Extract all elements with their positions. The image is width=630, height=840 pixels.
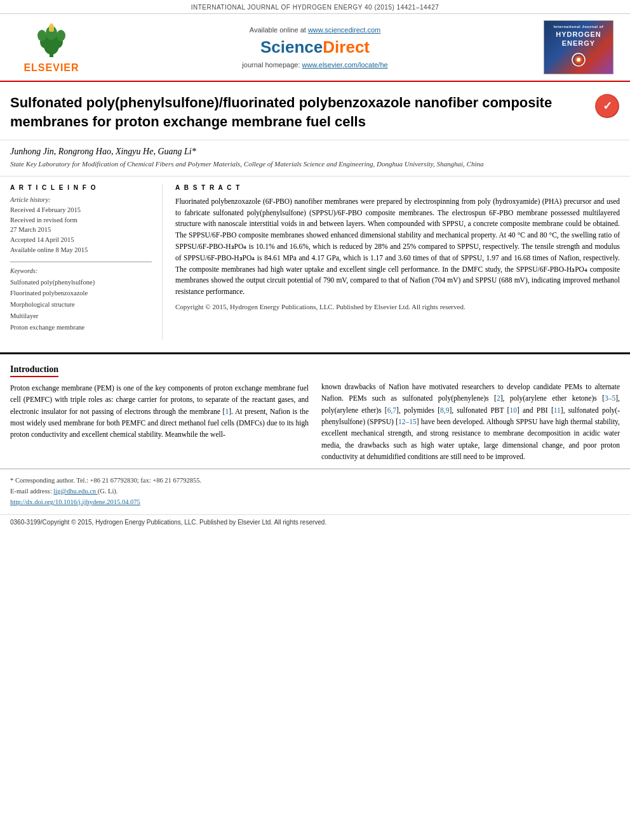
abstract-text: Fluorinated polybenzoxazole (6F-PBO) nan… xyxy=(175,196,620,298)
authors-line: Junhong Jin, Rongrong Hao, Xingyu He, Gu… xyxy=(10,147,620,157)
ref-10-link[interactable]: 10 xyxy=(509,406,517,414)
email-link[interactable]: lig@dhu.edu.cn xyxy=(53,488,97,495)
elsevier-logo-area: ELSEVIER xyxy=(10,20,93,74)
svg-text:✓: ✓ xyxy=(603,100,612,112)
sciencedirect-brand: ScienceDirect xyxy=(260,37,370,57)
issn-copyright-text: 0360-3199/Copyright © 2015, Hydrogen Ene… xyxy=(10,519,326,526)
ref-3-5-link[interactable]: 3–5 xyxy=(605,394,615,402)
ref-12-15-link[interactable]: 12–15 xyxy=(398,418,417,425)
intro-left-col: Introduction Proton exchange membrane (P… xyxy=(10,364,309,463)
article-info-label: A R T I C L E I N F O xyxy=(10,184,152,191)
article-title-section: Sulfonated poly(phenylsulfone)/fluorinat… xyxy=(0,82,630,140)
sciencedirect-url-link[interactable]: www.sciencedirect.com xyxy=(308,26,380,34)
journal-cover-title: International Journal of HYDROGEN ENERGY xyxy=(554,25,604,70)
article-title: Sulfonated poly(phenylsulfone)/fluorinat… xyxy=(10,93,588,131)
svg-point-8 xyxy=(50,23,53,27)
email-address: lig@dhu.edu.cn xyxy=(53,488,96,495)
ref-8-9-link[interactable]: 8,9 xyxy=(440,406,449,414)
abstract-label: A B S T R A C T xyxy=(175,184,620,191)
journal-header: ELSEVIER Available online at www.science… xyxy=(0,14,630,82)
keywords-group: Keywords: Sulfonated poly(phenylsulfone)… xyxy=(10,267,152,333)
copyright-bar: 0360-3199/Copyright © 2015, Hydrogen Ene… xyxy=(0,514,630,530)
email-name: (G. Li). xyxy=(98,488,118,495)
keyword-1: Sulfonated poly(phenylsulfone) xyxy=(10,277,152,288)
sciencedirect-center: Available online at www.sciencedirect.co… xyxy=(99,20,531,74)
authors-section: Junhong Jin, Rongrong Hao, Xingyu He, Gu… xyxy=(0,140,630,171)
accepted-date: Accepted 14 April 2015 xyxy=(10,235,152,245)
corresponding-author-note: * Corresponding author. Tel.: +86 21 677… xyxy=(10,476,620,486)
svg-point-4 xyxy=(37,30,46,41)
article-title-wrapper: Sulfonated poly(phenylsulfone)/fluorinat… xyxy=(10,93,588,131)
elsevier-logo: ELSEVIER xyxy=(23,22,79,74)
keyword-3: Morphological structure xyxy=(10,299,152,310)
article-history-group: Article history: Received 4 February 201… xyxy=(10,196,152,255)
revised-form-label: Received in revised form xyxy=(10,215,152,225)
keyword-5: Proton exchange membrane xyxy=(10,322,152,333)
available-online-text: Available online at www.sciencedirect.co… xyxy=(250,26,380,34)
corresponding-author-text: * Corresponding author. Tel.: +86 21 677… xyxy=(10,477,201,484)
introduction-heading: Introduction xyxy=(10,364,58,377)
email-note: E-mail address: lig@dhu.edu.cn (G. Li). xyxy=(10,486,620,497)
authors-text: Junhong Jin, Rongrong Hao, Xingyu He, Gu… xyxy=(10,147,196,156)
intro-left-text: Proton exchange membrane (PEM) is one of… xyxy=(10,382,309,441)
crossmark-icon: ✓ xyxy=(595,94,619,118)
crossmark-badge-area[interactable]: ✓ xyxy=(594,93,620,119)
ref-2-link[interactable]: 2 xyxy=(497,394,500,402)
elsevier-wordmark: ELSEVIER xyxy=(23,62,79,74)
article-info-column: A R T I C L E I N F O Article history: R… xyxy=(10,184,163,340)
footnote-area: * Corresponding author. Tel.: +86 21 677… xyxy=(0,469,630,514)
abstract-column: A B S T R A C T Fluorinated polybenzoxaz… xyxy=(175,184,620,340)
journal-cover-area: International Journal of HYDROGEN ENERGY xyxy=(537,20,620,74)
ref-11-link[interactable]: 11 xyxy=(554,406,561,414)
keywords-label: Keywords: xyxy=(10,267,152,274)
article-info-abstract-section: A R T I C L E I N F O Article history: R… xyxy=(0,176,630,347)
doi-line: http://dx.doi.org/10.1016/j.ijhydene.201… xyxy=(10,497,620,508)
received-date: Received 4 February 2015 xyxy=(10,205,152,215)
affiliation-line: State Key Laboratory for Modification of… xyxy=(10,159,620,169)
intro-right-text: known drawbacks of Nafion have motivated… xyxy=(321,364,620,463)
email-label-text: E-mail address: xyxy=(10,488,52,495)
direct-text: Direct xyxy=(323,37,370,57)
keyword-2: Fluorinated polybenzoxazole xyxy=(10,288,152,299)
keyword-4: Multilayer xyxy=(10,310,152,322)
revised-date: 27 March 2015 xyxy=(10,225,152,235)
science-text: Science xyxy=(260,37,323,57)
introduction-section: Introduction Proton exchange membrane (P… xyxy=(0,352,630,469)
available-date: Available online 8 May 2015 xyxy=(10,245,152,255)
info-divider xyxy=(10,262,152,262)
affiliation-text: State Key Laboratory for Modification of… xyxy=(10,160,483,168)
doi-url-text: http://dx.doi.org/10.1016/j.ijhydene.201… xyxy=(10,498,140,505)
journal-top-bar: INTERNATIONAL JOURNAL OF HYDROGEN ENERGY… xyxy=(0,0,630,14)
journal-homepage-line: journal homepage: www.elsevier.com/locat… xyxy=(242,61,387,69)
journal-citation: INTERNATIONAL JOURNAL OF HYDROGEN ENERGY… xyxy=(191,4,439,11)
article-history-label: Article history: xyxy=(10,196,152,203)
introduction-two-col: Introduction Proton exchange membrane (P… xyxy=(10,364,620,463)
journal-homepage-url[interactable]: www.elsevier.com/locate/he xyxy=(302,61,388,69)
elsevier-tree-icon xyxy=(32,22,70,60)
ref-1-link[interactable]: 1 xyxy=(225,408,229,415)
doi-link[interactable]: http://dx.doi.org/10.1016/j.ijhydene.201… xyxy=(10,498,140,505)
svg-point-11 xyxy=(577,58,580,62)
intro-right-col: known drawbacks of Nafion have motivated… xyxy=(321,364,620,463)
journal-cover-image: International Journal of HYDROGEN ENERGY xyxy=(544,20,613,74)
svg-point-5 xyxy=(57,30,65,41)
ref-6-7-link[interactable]: 6,7 xyxy=(387,406,396,414)
abstract-copyright: Copyright © 2015, Hydrogen Energy Public… xyxy=(175,302,620,312)
